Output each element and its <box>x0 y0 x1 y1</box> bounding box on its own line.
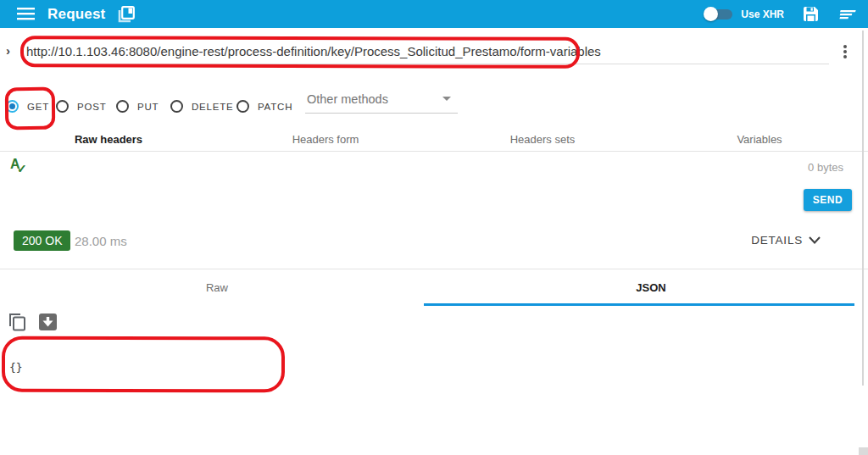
tab-headers-sets[interactable]: Headers sets <box>434 125 651 151</box>
radio-button-icon <box>236 100 249 113</box>
method-radio-post[interactable]: POST <box>56 100 107 113</box>
radio-button-icon <box>116 100 129 113</box>
vertical-scrollbar[interactable] <box>862 31 864 386</box>
other-methods-dropdown[interactable]: Other methods <box>305 90 458 114</box>
method-radio-get[interactable]: GET <box>6 100 49 113</box>
tab-headers-form[interactable]: Headers form <box>217 125 434 151</box>
download-icon[interactable] <box>39 314 57 330</box>
active-tab-indicator <box>424 303 854 306</box>
send-button[interactable]: SEND <box>804 189 852 211</box>
hamburger-menu-icon[interactable] <box>17 8 35 20</box>
annotation-circle-response <box>2 336 285 393</box>
use-xhr-label: Use XHR <box>741 8 784 20</box>
url-input-underline <box>25 64 829 64</box>
url-expand-chevron-icon[interactable]: › <box>6 43 10 58</box>
saved-requests-book-icon[interactable] <box>116 4 136 25</box>
app-bar: Request Use XHR <box>0 0 868 28</box>
method-radio-patch[interactable]: PATCH <box>236 100 292 113</box>
app-bar-actions: Use XHR <box>704 6 858 22</box>
method-radio-delete[interactable]: DELETE <box>170 100 234 113</box>
menu-lines-icon[interactable] <box>839 9 856 19</box>
radio-button-icon <box>56 100 69 113</box>
tab-raw[interactable]: Raw <box>0 269 434 305</box>
tab-json[interactable]: JSON <box>434 269 868 305</box>
save-icon[interactable] <box>803 6 819 22</box>
copy-icon[interactable] <box>8 313 26 331</box>
response-tab-bar: Raw JSON <box>0 269 868 305</box>
radio-button-icon <box>170 100 183 113</box>
status-badge: 200 OK <box>14 230 70 251</box>
tab-raw-headers[interactable]: Raw headers <box>0 125 217 151</box>
page-title: Request <box>47 6 105 23</box>
details-button[interactable]: DETAILS <box>751 234 821 247</box>
method-radio-put[interactable]: PUT <box>116 100 159 113</box>
tab-variables[interactable]: Variables <box>651 125 868 151</box>
kebab-menu-icon[interactable] <box>839 43 851 60</box>
use-xhr-toggle[interactable] <box>704 8 732 19</box>
radio-button-icon <box>6 100 19 113</box>
arc-request-page: Request Use XHR <box>0 0 868 455</box>
url-input[interactable]: http://10.1.103.46:8080/engine-rest/proc… <box>26 44 827 58</box>
scrollbar-corner <box>859 447 868 455</box>
payload-size-label: 0 bytes <box>808 161 843 174</box>
dropdown-arrow-icon <box>442 97 451 101</box>
response-time-label: 28.00 ms <box>75 234 127 248</box>
spellcheck-icon[interactable]: A ✓ <box>10 157 29 175</box>
chevron-down-icon <box>809 236 821 244</box>
headers-tab-bar: Raw headers Headers form Headers sets Va… <box>0 125 868 152</box>
response-body-json[interactable]: {} <box>9 361 23 374</box>
